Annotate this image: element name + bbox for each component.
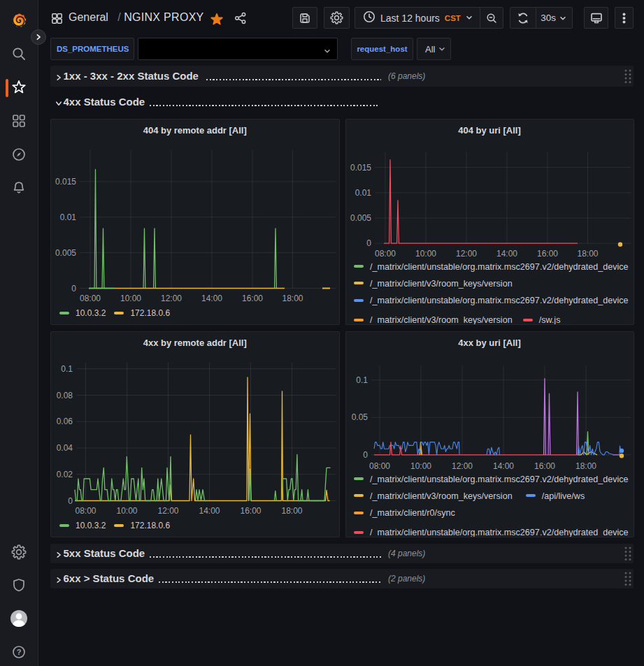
svg-text:0: 0: [366, 238, 371, 248]
svg-text:0.02: 0.02: [57, 470, 73, 479]
svg-text:0.1: 0.1: [61, 364, 73, 374]
svg-text:0.04: 0.04: [57, 443, 73, 453]
svg-text:16:00: 16:00: [242, 294, 263, 303]
svg-text:0: 0: [68, 496, 73, 506]
svg-text:10:00: 10:00: [410, 461, 431, 471]
svg-text:08:00: 08:00: [368, 461, 389, 471]
svg-text:08:00: 08:00: [80, 294, 101, 303]
svg-text:?: ?: [17, 648, 22, 656]
svg-text:14:00: 14:00: [496, 249, 517, 259]
svg-text:10:00: 10:00: [120, 294, 141, 303]
svg-text:0.01: 0.01: [355, 188, 371, 198]
svg-text:18:00: 18:00: [281, 506, 302, 516]
svg-text:0.05: 0.05: [351, 412, 368, 422]
svg-text:0.1: 0.1: [356, 375, 368, 385]
svg-text:0.015: 0.015: [350, 163, 371, 173]
svg-text:0.005: 0.005: [55, 248, 76, 258]
svg-text:12:00: 12:00: [455, 249, 476, 259]
svg-text:10:00: 10:00: [415, 249, 436, 259]
svg-text:18:00: 18:00: [577, 249, 598, 259]
svg-text:0: 0: [71, 284, 76, 294]
svg-text:0.08: 0.08: [57, 391, 73, 400]
svg-text:08:00: 08:00: [374, 249, 395, 259]
svg-text:12:00: 12:00: [451, 461, 472, 471]
svg-text:0.015: 0.015: [55, 177, 76, 187]
svg-text:10:00: 10:00: [116, 506, 137, 516]
svg-text:16:00: 16:00: [534, 461, 554, 471]
svg-text:12:00: 12:00: [157, 506, 178, 516]
svg-text:0.01: 0.01: [60, 212, 77, 222]
svg-text:0.005: 0.005: [350, 213, 371, 223]
svg-text:0: 0: [363, 450, 368, 460]
svg-text:12:00: 12:00: [161, 294, 182, 303]
svg-text:0.06: 0.06: [57, 417, 73, 426]
svg-text:08:00: 08:00: [75, 506, 96, 516]
svg-text:18:00: 18:00: [282, 294, 303, 303]
svg-text:16:00: 16:00: [536, 249, 557, 259]
svg-text:14:00: 14:00: [199, 506, 220, 516]
svg-text:16:00: 16:00: [240, 506, 261, 516]
svg-text:14:00: 14:00: [201, 294, 222, 303]
svg-text:14:00: 14:00: [492, 461, 513, 471]
svg-text:18:00: 18:00: [575, 461, 596, 471]
